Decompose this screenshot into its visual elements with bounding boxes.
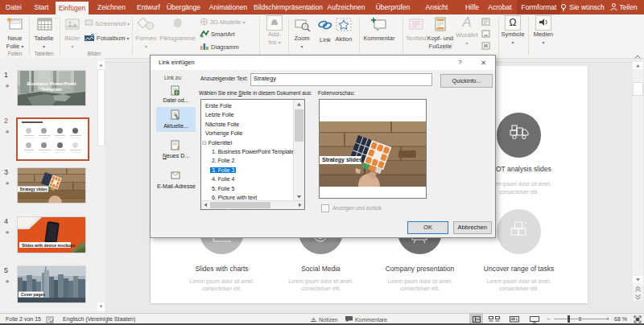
svg-text:Business PowerPoint: Business PowerPoint [27,81,76,86]
svg-text:Template: Template [41,87,63,92]
svg-text:Slides with device mockups: Slides with device mockups [22,243,76,248]
svg-text:Cover pages: Cover pages [21,292,45,297]
svg-text:Strategy slides: Strategy slides [20,187,47,191]
